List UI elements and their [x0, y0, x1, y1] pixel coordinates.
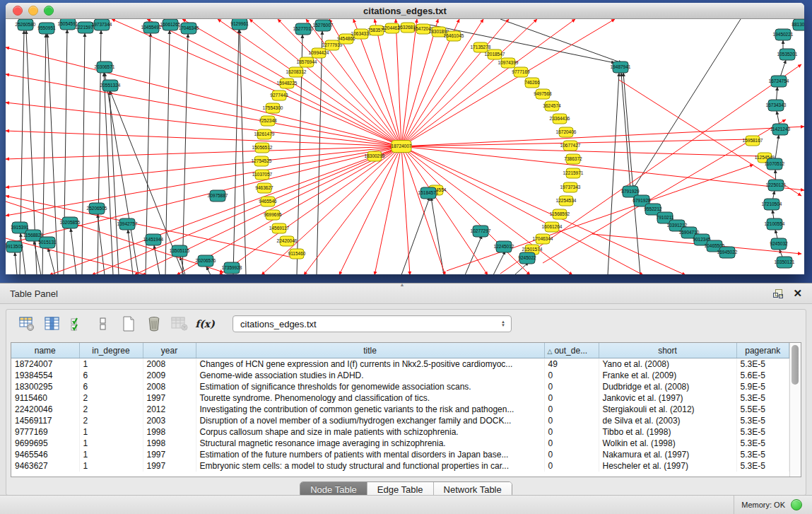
row-selection-mode-button[interactable]: [93, 313, 114, 334]
table-cell[interactable]: 0: [544, 438, 599, 449]
table-cell[interactable]: 9115460: [11, 392, 79, 404]
table-cell[interactable]: 9699695: [11, 438, 79, 449]
column-header-in-degree[interactable]: in_degree: [79, 343, 143, 358]
table-cell[interactable]: de Silva et al. (2003): [599, 415, 736, 426]
table-cell[interactable]: Nakamura et al. (1997): [599, 449, 736, 460]
table-settings-button[interactable]: [16, 313, 37, 334]
table-cell[interactable]: 2009: [143, 370, 196, 381]
table-cell[interactable]: Tibbo et al. (1998): [599, 426, 736, 438]
window-titlebar[interactable]: citations_edges.txt: [6, 3, 804, 19]
table-cell[interactable]: 1997: [143, 449, 196, 460]
table-cell[interactable]: Corpus callosum shape and size in male p…: [196, 426, 544, 438]
close-window-button[interactable]: [13, 6, 23, 16]
table-cell[interactable]: Genome-wide association studies in ADHD.: [196, 370, 544, 381]
table-row[interactable]: 969969511998Structural magnetic resonanc…: [11, 438, 789, 449]
table-cell[interactable]: 6: [79, 381, 143, 392]
column-header-pagerank[interactable]: pagerank: [736, 343, 789, 358]
table-cell[interactable]: 9463627: [11, 460, 79, 472]
table-cell[interactable]: 2: [79, 404, 143, 415]
scrollbar-thumb[interactable]: [792, 345, 799, 385]
table-cell[interactable]: 0: [544, 381, 599, 392]
table-cell[interactable]: 5.3E-5: [736, 392, 789, 404]
table-cell[interactable]: 1: [79, 358, 143, 370]
table-cell[interactable]: Estimation of the future numbers of pati…: [196, 449, 544, 460]
table-cell[interactable]: Hescheler et al. (1997): [599, 460, 736, 472]
table-cell[interactable]: 22420046: [11, 404, 79, 415]
table-cell[interactable]: Disruption of a novel member of a sodium…: [196, 415, 544, 426]
table-cell[interactable]: Jankovic et al. (1997): [599, 392, 736, 404]
table-cell[interactable]: 1998: [143, 438, 196, 449]
table-cell[interactable]: Estimation of significance thresholds fo…: [196, 381, 544, 392]
table-cell[interactable]: 1997: [143, 460, 196, 472]
table-cell[interactable]: 1: [79, 426, 143, 438]
delete-trash-button[interactable]: [143, 313, 165, 334]
table-row[interactable]: 911546021997Tourette syndrome. Phenomeno…: [11, 392, 789, 404]
vertical-scrollbar[interactable]: [789, 343, 801, 477]
table-cell[interactable]: 14569117: [11, 415, 79, 426]
table-cell[interactable]: 0: [544, 415, 599, 426]
table-cell[interactable]: 1997: [143, 392, 196, 404]
table-cell[interactable]: Franke et al. (2009): [599, 370, 736, 381]
table-row[interactable]: 946554611997Estimation of the future num…: [11, 449, 789, 460]
table-cell[interactable]: 0: [544, 460, 599, 472]
table-cell[interactable]: Changes of HCN gene expression and I(f) …: [196, 358, 544, 370]
column-header-out-degree[interactable]: △out_de...: [544, 343, 599, 358]
column-header-title[interactable]: title: [196, 343, 544, 358]
table-cell[interactable]: 18724007: [11, 358, 79, 370]
new-table-button[interactable]: [118, 313, 139, 334]
column-header-year[interactable]: year: [143, 343, 196, 358]
table-cell[interactable]: 1: [79, 460, 143, 472]
table-cell[interactable]: Embryonic stem cells: a model to study s…: [196, 460, 544, 472]
table-cell[interactable]: 6: [79, 370, 143, 381]
table-cell[interactable]: 1998: [143, 426, 196, 438]
table-cell[interactable]: 5.3E-5: [736, 358, 789, 370]
table-cell[interactable]: 1: [79, 449, 143, 460]
network-canvas[interactable]: 1872400718300295193845549115460224200461…: [6, 19, 804, 274]
table-cell[interactable]: 0: [544, 392, 599, 404]
table-row[interactable]: 977716911998Corpus callosum shape and si…: [11, 426, 789, 438]
table-cell[interactable]: 5.3E-5: [736, 438, 789, 449]
table-cell[interactable]: 5.9E-5: [736, 381, 789, 392]
column-header-short[interactable]: short: [599, 343, 736, 358]
minimize-window-button[interactable]: [28, 6, 38, 16]
table-cell[interactable]: 5.6E-5: [736, 370, 789, 381]
table-cell[interactable]: Yano et al. (2008): [599, 358, 736, 370]
table-cell[interactable]: 1: [79, 438, 143, 449]
table-cell[interactable]: 5.5E-5: [736, 404, 789, 415]
table-cell[interactable]: 49: [544, 358, 599, 370]
table-cell[interactable]: 2: [79, 415, 143, 426]
table-cell[interactable]: Wolkin et al. (1998): [599, 438, 736, 449]
show-columns-button[interactable]: [42, 313, 63, 334]
table-row[interactable]: 1456911722003Disruption of a novel membe…: [11, 415, 789, 426]
table-cell[interactable]: 5.3E-5: [736, 415, 789, 426]
table-row[interactable]: 2242004622012Investigating the contribut…: [11, 404, 789, 415]
table-cell[interactable]: 19384554: [11, 370, 79, 381]
table-cell[interactable]: Stergiakouli et al. (2012): [599, 404, 736, 415]
table-cell[interactable]: 5.3E-5: [736, 460, 789, 472]
table-cell[interactable]: 2: [79, 392, 143, 404]
table-cell[interactable]: 18300295: [11, 381, 79, 392]
table-cell[interactable]: Tourette syndrome. Phenomenology and cla…: [196, 392, 544, 404]
table-selector-dropdown[interactable]: citations_edges.txt ▲▼: [233, 315, 512, 332]
table-cell[interactable]: 5.3E-5: [736, 426, 789, 438]
zoom-window-button[interactable]: [44, 6, 54, 16]
float-panel-icon[interactable]: [773, 289, 783, 298]
table-row[interactable]: 946362711997Embryonic stem cells: a mode…: [11, 460, 789, 472]
table-cell[interactable]: 0: [544, 370, 599, 381]
table-cell[interactable]: Structural magnetic resonance image aver…: [196, 438, 544, 449]
table-row[interactable]: 1872400712008Changes of HCN gene express…: [11, 358, 789, 370]
table-row[interactable]: 1830029562008Estimation of significance …: [11, 381, 789, 392]
splitter-handle[interactable]: ▲: [397, 283, 407, 287]
table-cell[interactable]: 0: [544, 404, 599, 415]
select-all-rows-button[interactable]: [67, 313, 88, 334]
column-header-name[interactable]: name: [11, 343, 79, 358]
table-row[interactable]: 1938455462009Genome-wide association stu…: [11, 370, 789, 381]
table-cell[interactable]: 0: [544, 426, 599, 438]
function-builder-button[interactable]: f(x): [194, 313, 216, 334]
table-cell[interactable]: 2012: [143, 404, 196, 415]
table-cell[interactable]: 9465546: [11, 449, 79, 460]
table-cell[interactable]: 2008: [143, 381, 196, 392]
close-panel-icon[interactable]: ✕: [793, 288, 802, 298]
table-cell[interactable]: 5.3E-5: [736, 449, 789, 460]
table-cell[interactable]: 2008: [143, 358, 196, 370]
